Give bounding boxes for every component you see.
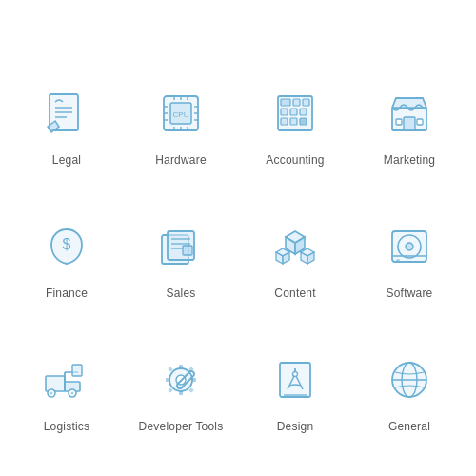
sales-label: Sales (166, 287, 195, 300)
svg-rect-54 (46, 376, 65, 391)
marketing-icon (377, 81, 442, 146)
svg-rect-22 (303, 99, 309, 106)
svg-rect-25 (300, 109, 307, 115)
svg-rect-21 (293, 99, 300, 106)
svg-rect-73 (280, 363, 310, 397)
svg-point-77 (293, 372, 298, 377)
developer-tools-icon (149, 347, 213, 412)
category-marketing[interactable]: Marketing (362, 43, 457, 167)
category-legal[interactable]: Legal (19, 43, 114, 167)
logistics-icon (34, 347, 99, 412)
svg-text:CPU: CPU (173, 110, 189, 119)
category-developer-tools[interactable]: Developer Tools (133, 309, 228, 433)
svg-point-51 (406, 243, 413, 250)
design-icon (263, 347, 327, 412)
svg-point-61 (71, 392, 74, 395)
hardware-icon: CPU (149, 81, 213, 146)
finance-label: Finance (46, 287, 88, 300)
category-hardware[interactable]: CPU Hardware (133, 43, 228, 167)
accounting-icon (263, 81, 327, 146)
category-accounting[interactable]: Accounting (248, 43, 343, 167)
svg-rect-32 (417, 119, 423, 125)
category-content[interactable]: Content (248, 176, 343, 300)
software-icon (377, 214, 442, 279)
category-design[interactable]: Design (248, 309, 343, 433)
svg-text:$: $ (63, 236, 71, 252)
content-label: Content (274, 287, 315, 300)
svg-point-53 (396, 259, 400, 263)
svg-rect-23 (281, 109, 288, 115)
svg-rect-24 (290, 109, 297, 115)
svg-rect-28 (300, 118, 307, 125)
svg-rect-27 (290, 118, 297, 125)
hardware-label: Hardware (155, 153, 207, 167)
svg-rect-62 (72, 365, 82, 376)
software-label: Software (387, 287, 433, 300)
developer-tools-label: Developer Tools (139, 420, 224, 433)
legal-icon (34, 81, 99, 146)
logistics-label: Logistics (44, 420, 90, 433)
design-label: Design (277, 420, 314, 433)
general-label: General (388, 420, 430, 433)
legal-label: Legal (52, 153, 81, 167)
category-software[interactable]: Software (362, 176, 457, 300)
accounting-label: Accounting (266, 153, 324, 167)
category-sales[interactable]: Sales (133, 176, 228, 300)
svg-rect-20 (281, 99, 290, 106)
svg-point-59 (50, 392, 53, 395)
marketing-label: Marketing (384, 153, 436, 167)
category-grid: Legal CPU Hardware (0, 24, 476, 452)
svg-rect-31 (396, 119, 402, 125)
svg-rect-26 (281, 118, 288, 125)
category-finance[interactable]: $ Finance (19, 176, 114, 300)
svg-rect-67 (166, 378, 170, 382)
content-icon (263, 214, 327, 279)
svg-rect-65 (179, 365, 183, 369)
svg-rect-39 (183, 246, 192, 255)
sales-icon (149, 214, 213, 279)
svg-rect-30 (404, 117, 415, 130)
finance-icon: $ (34, 214, 99, 279)
category-logistics[interactable]: Logistics (19, 309, 114, 433)
svg-rect-66 (179, 390, 183, 395)
general-icon (377, 347, 442, 412)
category-general[interactable]: General (362, 309, 457, 433)
